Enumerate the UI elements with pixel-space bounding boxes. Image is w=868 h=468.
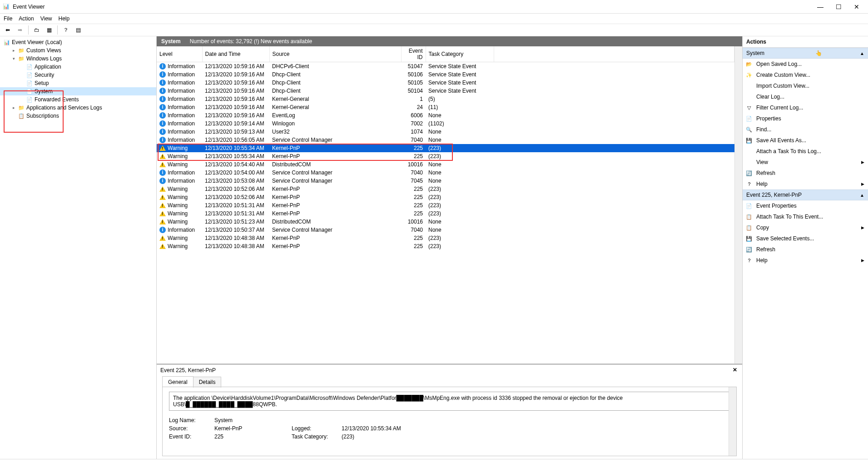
- col-level[interactable]: Level: [157, 46, 202, 62]
- tree-item[interactable]: 📄System: [0, 87, 156, 95]
- action-group-header[interactable]: Event 225, Kernel-PnP▲: [743, 189, 868, 200]
- tree-item[interactable]: ▸📁Custom Views: [0, 46, 156, 55]
- collapse-icon[interactable]: ▲: [860, 193, 864, 198]
- menu-file[interactable]: File: [4, 15, 12, 22]
- event-row[interactable]: iInformation12/13/2020 10:59:16 AMKernel…: [157, 103, 734, 111]
- col-eventid[interactable]: Event ID: [401, 46, 426, 62]
- action-item[interactable]: ▽Filter Current Log...: [743, 102, 868, 113]
- action-item[interactable]: 💾Save Selected Events...: [743, 233, 868, 244]
- action-group-header[interactable]: System▲: [743, 48, 868, 59]
- menu-help[interactable]: Help: [59, 15, 70, 22]
- info-icon: i: [159, 129, 166, 135]
- event-row[interactable]: iInformation12/13/2020 10:54:00 AMServic…: [157, 169, 734, 177]
- event-row[interactable]: Warning12/13/2020 10:51:31 AMKernel-PnP2…: [157, 201, 734, 209]
- action-item[interactable]: 🔄Refresh: [743, 168, 868, 179]
- event-row[interactable]: Warning12/13/2020 10:55:34 AMKernel-PnP2…: [157, 152, 734, 160]
- cell-task: (223): [426, 201, 494, 209]
- tree-item-label: Security: [35, 72, 54, 78]
- action-item[interactable]: Attach a Task To this Log...: [743, 146, 868, 157]
- action-item[interactable]: ？Help▶: [743, 179, 868, 189]
- tab-general[interactable]: General: [162, 376, 193, 387]
- toolbar-help-button[interactable]: ？: [61, 25, 71, 35]
- tree-item[interactable]: ▸📁Applications and Services Logs: [0, 104, 156, 112]
- menu-view[interactable]: View: [40, 15, 52, 22]
- maximize-button[interactable]: ☐: [833, 3, 844, 10]
- tab-details[interactable]: Details: [193, 377, 222, 388]
- action-item[interactable]: Clear Log...: [743, 91, 868, 102]
- event-row[interactable]: iInformation12/13/2020 10:59:16 AMDhcp-C…: [157, 79, 734, 87]
- menu-action[interactable]: Action: [19, 15, 34, 22]
- event-row[interactable]: Warning12/13/2020 10:52:06 AMKernel-PnP2…: [157, 185, 734, 193]
- nav-tree[interactable]: 📊 Event Viewer (Local) ▸📁Custom Views▾📁W…: [0, 36, 157, 459]
- toolbar-btn-2[interactable]: ▦: [44, 25, 54, 35]
- event-row[interactable]: Warning12/13/2020 10:48:38 AMKernel-PnP2…: [157, 234, 734, 242]
- event-row[interactable]: iInformation12/13/2020 10:56:05 AMServic…: [157, 136, 734, 144]
- event-row[interactable]: iInformation12/13/2020 10:50:37 AMServic…: [157, 226, 734, 234]
- action-group-title: Event 225, Kernel-PnP: [746, 192, 860, 198]
- col-source[interactable]: Source: [269, 46, 401, 62]
- col-task[interactable]: Task Category: [426, 46, 494, 62]
- action-item[interactable]: 📋Attach Task To This Event...: [743, 211, 868, 222]
- toolbar-btn-1[interactable]: 🗀: [32, 25, 42, 35]
- minimize-button[interactable]: ―: [814, 3, 826, 10]
- event-row[interactable]: Warning12/13/2020 10:52:06 AMKernel-PnP2…: [157, 193, 734, 201]
- event-grid[interactable]: Level Date and Time Source Event ID Task…: [157, 46, 742, 363]
- action-item[interactable]: 💾Save All Events As...: [743, 135, 868, 146]
- event-row[interactable]: iInformation12/13/2020 10:59:16 AMDHCPv6…: [157, 62, 734, 70]
- close-button[interactable]: ✕: [851, 3, 863, 10]
- tree-item[interactable]: 📄Security: [0, 71, 156, 79]
- cell-task: None: [426, 111, 494, 119]
- warning-icon: [159, 194, 166, 200]
- event-row[interactable]: iInformation12/13/2020 10:59:16 AMDhcp-C…: [157, 70, 734, 79]
- action-item[interactable]: View▶: [743, 157, 868, 168]
- col-date[interactable]: Date and Time: [202, 46, 269, 62]
- event-row[interactable]: iInformation12/13/2020 10:59:13 AMUser32…: [157, 128, 734, 136]
- action-item[interactable]: 📋Copy▶: [743, 222, 868, 233]
- action-item[interactable]: 📂Open Saved Log...: [743, 59, 868, 70]
- expander-icon[interactable]: ▸: [11, 105, 16, 110]
- details-close-button[interactable]: ✕: [731, 367, 739, 374]
- toolbar-btn-3[interactable]: ▤: [73, 25, 83, 35]
- action-icon: 📂: [745, 60, 753, 68]
- cell-eventid: 1: [401, 95, 426, 103]
- action-item[interactable]: 📄Event Properties: [743, 200, 868, 211]
- expander-icon[interactable]: ▸: [11, 48, 16, 53]
- event-row[interactable]: iInformation12/13/2020 10:59:16 AMKernel…: [157, 95, 734, 103]
- cell-task: Service State Event: [426, 79, 494, 87]
- action-item[interactable]: 🔍Find...: [743, 124, 868, 135]
- event-row[interactable]: Warning12/13/2020 10:48:38 AMKernel-PnP2…: [157, 242, 734, 250]
- forward-button[interactable]: ➡: [15, 25, 25, 35]
- cell-task: None: [426, 226, 494, 234]
- tree-item-label: Applications and Services Logs: [26, 105, 102, 111]
- grid-scrollbar[interactable]: [734, 46, 742, 363]
- action-item[interactable]: ？Help▶: [743, 255, 868, 266]
- cell-source: Kernel-General: [269, 103, 401, 111]
- action-label: Open Saved Log...: [756, 61, 802, 67]
- collapse-icon[interactable]: ▲: [860, 51, 864, 56]
- action-item[interactable]: 📄Properties: [743, 113, 868, 124]
- event-row[interactable]: Warning12/13/2020 10:54:40 AMDistributed…: [157, 160, 734, 169]
- tree-item[interactable]: 📋Subscriptions: [0, 112, 156, 120]
- details-scrollbar[interactable]: [729, 387, 736, 456]
- event-row[interactable]: Warning12/13/2020 10:55:34 AMKernel-PnP2…: [157, 144, 734, 152]
- level-text: Warning: [168, 235, 188, 241]
- action-label: Clear Log...: [756, 94, 784, 100]
- event-row[interactable]: iInformation12/13/2020 10:59:16 AMEventL…: [157, 111, 734, 119]
- tree-item[interactable]: ▾📁Windows Logs: [0, 55, 156, 63]
- back-button[interactable]: ⬅: [3, 25, 13, 35]
- cell-source: Service Control Manager: [269, 226, 401, 234]
- event-row[interactable]: iInformation12/13/2020 10:59:14 AMWinlog…: [157, 119, 734, 128]
- statusbar: [0, 459, 868, 468]
- event-row[interactable]: Warning12/13/2020 10:51:23 AMDistributed…: [157, 218, 734, 226]
- tree-root[interactable]: 📊 Event Viewer (Local): [0, 38, 156, 46]
- action-item[interactable]: 🔄Refresh: [743, 244, 868, 255]
- event-row[interactable]: iInformation12/13/2020 10:53:08 AMServic…: [157, 177, 734, 185]
- tree-item[interactable]: 📄Setup: [0, 79, 156, 87]
- tree-item[interactable]: 📄Forwarded Events: [0, 95, 156, 104]
- event-row[interactable]: Warning12/13/2020 10:51:31 AMKernel-PnP2…: [157, 209, 734, 218]
- action-item[interactable]: ✨Create Custom View...: [743, 70, 868, 80]
- event-row[interactable]: iInformation12/13/2020 10:59:16 AMDhcp-C…: [157, 87, 734, 95]
- expander-icon[interactable]: ▾: [11, 56, 16, 61]
- tree-item[interactable]: 📄Application: [0, 63, 156, 71]
- action-item[interactable]: Import Custom View...: [743, 80, 868, 91]
